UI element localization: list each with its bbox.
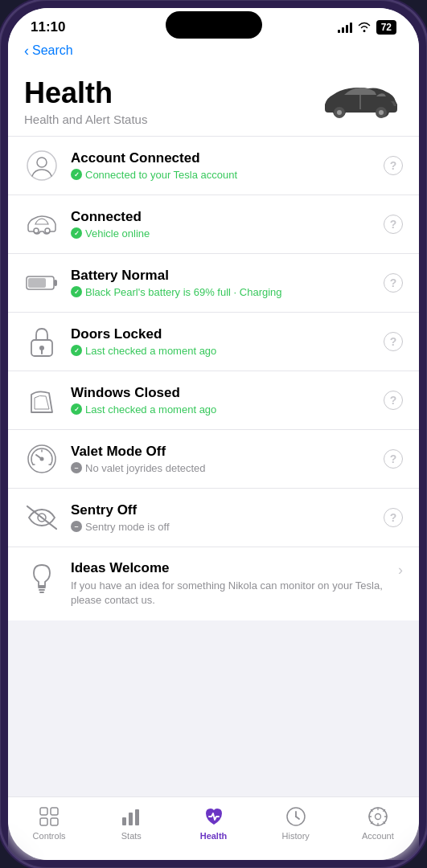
back-nav: ‹ Search bbox=[8, 40, 419, 64]
status-dot-gray bbox=[71, 521, 82, 532]
signal-icon bbox=[338, 22, 352, 33]
question-icon[interactable]: ? bbox=[384, 391, 403, 410]
status-text: Connected to your Tesla account bbox=[85, 169, 237, 181]
item-content-valet: Valet Mode Off No valet joyrides detecte… bbox=[71, 444, 372, 474]
item-title: Doors Locked bbox=[71, 326, 372, 342]
svg-point-1 bbox=[337, 110, 342, 115]
health-item-battery[interactable]: Battery Normal Black Pearl's battery is … bbox=[8, 254, 419, 313]
item-content-doors: Doors Locked Last checked a moment ago bbox=[71, 326, 372, 357]
item-content-account: Account Connected Connected to your Tesl… bbox=[71, 150, 372, 181]
item-status: Last checked a moment ago bbox=[71, 403, 372, 416]
controls-tab-icon bbox=[38, 805, 60, 828]
svg-rect-29 bbox=[51, 818, 58, 825]
svg-rect-10 bbox=[54, 280, 57, 286]
svg-rect-32 bbox=[135, 809, 139, 825]
svg-rect-11 bbox=[28, 278, 46, 288]
health-tab-label: Health bbox=[200, 831, 228, 841]
chevron-right-icon: › bbox=[398, 562, 403, 579]
status-text: Black Pearl's battery is 69% full · Char… bbox=[85, 286, 282, 298]
page-subtitle: Health and Alert Status bbox=[24, 113, 147, 126]
item-content-sentry: Sentry Off Sentry mode is off bbox=[71, 502, 372, 533]
item-action[interactable]: ? bbox=[384, 215, 403, 234]
item-content-battery: Battery Normal Black Pearl's battery is … bbox=[71, 268, 372, 298]
item-action[interactable]: ? bbox=[384, 273, 403, 293]
tab-health[interactable]: Health bbox=[172, 805, 254, 841]
health-item-connected[interactable]: Connected Vehicle online ? bbox=[8, 195, 419, 254]
status-dot-gray bbox=[71, 462, 82, 473]
status-text: Sentry mode is off bbox=[85, 521, 170, 533]
item-content-ideas: Ideas Welcome If you have an idea for so… bbox=[71, 560, 387, 608]
status-text: Vehicle online bbox=[85, 227, 150, 240]
status-text: Last checked a moment ago bbox=[85, 403, 216, 416]
item-action-chevron[interactable]: › bbox=[398, 562, 403, 579]
status-dot-green bbox=[71, 286, 82, 297]
history-tab-label: History bbox=[282, 831, 310, 841]
question-icon[interactable]: ? bbox=[384, 273, 403, 293]
back-button[interactable]: ‹ Search bbox=[24, 43, 403, 58]
question-icon[interactable]: ? bbox=[384, 449, 403, 469]
phone-frame: 11:10 72 bbox=[0, 0, 427, 868]
item-title: Sentry Off bbox=[71, 502, 372, 518]
svg-point-7 bbox=[34, 228, 39, 233]
back-chevron-icon: ‹ bbox=[24, 43, 29, 58]
status-dot-green bbox=[71, 169, 82, 180]
tab-history[interactable]: History bbox=[255, 805, 337, 841]
history-tab-icon bbox=[285, 805, 307, 828]
item-status: Sentry mode is off bbox=[71, 521, 372, 533]
stats-tab-icon bbox=[120, 805, 142, 828]
item-status: Connected to your Tesla account bbox=[71, 169, 372, 181]
health-item-sentry[interactable]: Sentry Off Sentry mode is off ? bbox=[8, 489, 419, 547]
item-action[interactable]: ? bbox=[384, 156, 403, 175]
svg-rect-27 bbox=[51, 808, 58, 815]
health-item-account-connected[interactable]: Account Connected Connected to your Tesl… bbox=[8, 137, 419, 195]
tab-account[interactable]: Account bbox=[337, 805, 419, 841]
tab-stats[interactable]: Stats bbox=[90, 805, 172, 841]
item-action[interactable]: ? bbox=[384, 332, 403, 351]
status-text: Last checked a moment ago bbox=[85, 345, 216, 357]
svg-point-17 bbox=[40, 457, 44, 461]
status-text: No valet joyrides detected bbox=[85, 462, 206, 474]
svg-point-3 bbox=[379, 110, 384, 115]
item-status: Vehicle online bbox=[71, 227, 372, 240]
item-title: Windows Closed bbox=[71, 385, 372, 401]
header-text: Health Health and Alert Status bbox=[24, 77, 147, 126]
lock-icon bbox=[24, 324, 60, 359]
item-content-windows: Windows Closed Last checked a moment ago bbox=[71, 385, 372, 416]
svg-rect-31 bbox=[129, 813, 133, 825]
status-dot-green bbox=[71, 345, 82, 356]
question-icon[interactable]: ? bbox=[384, 215, 403, 234]
item-action[interactable]: ? bbox=[384, 391, 403, 410]
item-title: Account Connected bbox=[71, 150, 372, 166]
page-title: Health bbox=[24, 77, 147, 109]
item-content-connected: Connected Vehicle online bbox=[71, 209, 372, 240]
svg-point-8 bbox=[45, 228, 50, 233]
item-title: Valet Mode Off bbox=[71, 444, 372, 460]
dynamic-island bbox=[166, 11, 262, 39]
svg-line-35 bbox=[296, 817, 299, 819]
question-icon[interactable]: ? bbox=[384, 508, 403, 527]
svg-rect-30 bbox=[122, 817, 126, 825]
health-item-ideas[interactable]: Ideas Welcome If you have an idea for so… bbox=[8, 547, 419, 620]
item-title: Ideas Welcome bbox=[71, 560, 387, 576]
health-list: Account Connected Connected to your Tesl… bbox=[8, 137, 419, 620]
health-item-doors[interactable]: Doors Locked Last checked a moment ago ? bbox=[8, 313, 419, 371]
question-icon[interactable]: ? bbox=[384, 156, 403, 175]
lightbulb-icon bbox=[24, 562, 60, 597]
health-item-valet[interactable]: Valet Mode Off No valet joyrides detecte… bbox=[8, 430, 419, 489]
controls-tab-label: Controls bbox=[33, 831, 66, 841]
svg-rect-28 bbox=[40, 818, 47, 825]
item-action[interactable]: ? bbox=[384, 508, 403, 527]
health-item-windows[interactable]: Windows Closed Last checked a moment ago… bbox=[8, 371, 419, 430]
battery-icon bbox=[24, 265, 60, 301]
tab-controls[interactable]: Controls bbox=[8, 805, 90, 841]
account-tab-icon bbox=[367, 805, 389, 828]
item-status: Black Pearl's battery is 69% full · Char… bbox=[71, 286, 372, 298]
speedometer-icon bbox=[24, 441, 60, 477]
wifi-icon bbox=[357, 21, 372, 35]
page-header: Health Health and Alert Status bbox=[8, 64, 419, 137]
svg-rect-26 bbox=[40, 808, 47, 815]
eye-off-icon bbox=[24, 500, 60, 535]
item-action[interactable]: ? bbox=[384, 449, 403, 469]
question-icon[interactable]: ? bbox=[384, 332, 403, 351]
stats-tab-label: Stats bbox=[121, 831, 142, 841]
